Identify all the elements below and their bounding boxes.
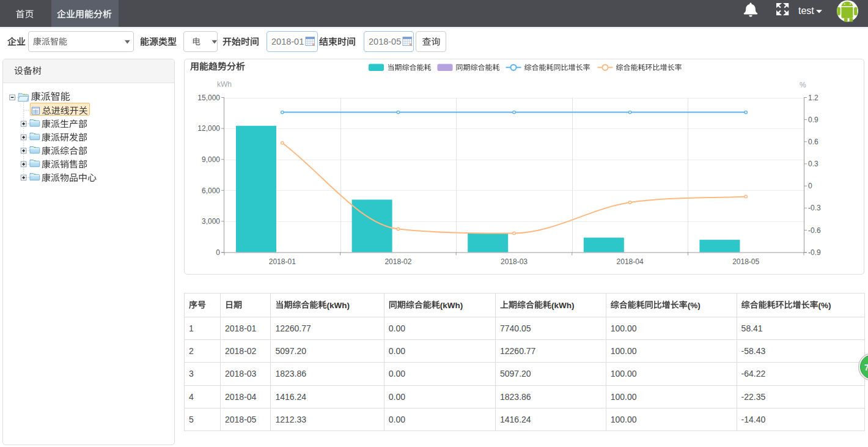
svg-text:58.41: 58.41 bbox=[741, 323, 763, 333]
svg-text:12,000: 12,000 bbox=[197, 124, 220, 133]
svg-text:12260.77: 12260.77 bbox=[275, 323, 311, 333]
svg-text:7740.05: 7740.05 bbox=[500, 323, 531, 333]
svg-text:0.6: 0.6 bbox=[808, 138, 818, 146]
svg-text:1823.86: 1823.86 bbox=[500, 392, 531, 402]
svg-text:0.00: 0.00 bbox=[389, 415, 405, 424]
svg-text:6,000: 6,000 bbox=[202, 187, 220, 195]
svg-text:2018-04: 2018-04 bbox=[225, 392, 257, 402]
svg-text:-22.35: -22.35 bbox=[741, 392, 766, 402]
svg-text:15,000: 15,000 bbox=[197, 94, 220, 102]
svg-text:100.00: 100.00 bbox=[611, 369, 637, 379]
svg-text:2018-04: 2018-04 bbox=[617, 257, 644, 266]
svg-text:2018-03: 2018-03 bbox=[225, 369, 257, 379]
svg-text:2018-02: 2018-02 bbox=[384, 257, 411, 266]
svg-text:2018-05: 2018-05 bbox=[732, 257, 759, 266]
svg-text:3: 3 bbox=[189, 369, 194, 379]
svg-text:(%): (%) bbox=[818, 301, 831, 310]
svg-text:2018-05: 2018-05 bbox=[369, 37, 401, 46]
svg-text:-14.40: -14.40 bbox=[741, 415, 766, 424]
svg-text:(kWh): (kWh) bbox=[551, 301, 575, 310]
svg-text:2018-05: 2018-05 bbox=[225, 415, 257, 424]
svg-text:test: test bbox=[798, 6, 814, 16]
svg-text:100.00: 100.00 bbox=[611, 323, 637, 333]
svg-text:-64.22: -64.22 bbox=[741, 369, 766, 379]
svg-text:1212.33: 1212.33 bbox=[275, 415, 306, 424]
svg-text:2: 2 bbox=[189, 346, 194, 356]
svg-text:0.9: 0.9 bbox=[808, 116, 818, 124]
svg-text:12260.77: 12260.77 bbox=[500, 346, 536, 356]
svg-text:0.00: 0.00 bbox=[389, 323, 405, 333]
svg-text:%: % bbox=[800, 81, 806, 89]
svg-text:100.00: 100.00 bbox=[611, 392, 637, 402]
svg-text:9,000: 9,000 bbox=[202, 155, 220, 164]
svg-text:5097.20: 5097.20 bbox=[275, 346, 306, 356]
svg-text:100.00: 100.00 bbox=[611, 415, 637, 424]
svg-text:1416.24: 1416.24 bbox=[500, 415, 531, 424]
svg-text:1823.86: 1823.86 bbox=[275, 369, 306, 379]
svg-text:4: 4 bbox=[189, 392, 194, 402]
svg-text:100.00: 100.00 bbox=[611, 346, 637, 356]
svg-text:1: 1 bbox=[189, 323, 194, 333]
svg-text:0.00: 0.00 bbox=[389, 369, 405, 379]
svg-text:0.00: 0.00 bbox=[389, 346, 405, 356]
svg-text:0.3: 0.3 bbox=[808, 160, 818, 168]
svg-text:7: 7 bbox=[864, 363, 868, 372]
svg-text:0: 0 bbox=[808, 182, 812, 190]
svg-text:2018-01: 2018-01 bbox=[269, 257, 296, 266]
svg-text:(kWh): (kWh) bbox=[326, 301, 350, 310]
svg-text:2018-03: 2018-03 bbox=[501, 257, 528, 266]
svg-text:0: 0 bbox=[216, 248, 220, 257]
svg-text:kWh: kWh bbox=[217, 80, 232, 89]
svg-text:5097.20: 5097.20 bbox=[500, 369, 531, 379]
svg-text:3,000: 3,000 bbox=[202, 217, 220, 226]
svg-text:-0.6: -0.6 bbox=[808, 226, 821, 235]
svg-text:2018-01: 2018-01 bbox=[271, 37, 304, 46]
svg-text:(kWh): (kWh) bbox=[440, 301, 463, 310]
svg-text:1416.24: 1416.24 bbox=[275, 392, 306, 402]
svg-text:2018-02: 2018-02 bbox=[225, 346, 257, 356]
svg-text:-58.43: -58.43 bbox=[741, 346, 766, 356]
svg-text:5: 5 bbox=[189, 415, 194, 424]
svg-text:(%): (%) bbox=[688, 301, 701, 310]
svg-text:2018-01: 2018-01 bbox=[225, 323, 257, 333]
svg-text:0.00: 0.00 bbox=[389, 392, 405, 402]
svg-text:-0.9: -0.9 bbox=[808, 248, 821, 257]
svg-text:1.2: 1.2 bbox=[808, 94, 818, 102]
svg-text:-0.3: -0.3 bbox=[808, 204, 821, 212]
